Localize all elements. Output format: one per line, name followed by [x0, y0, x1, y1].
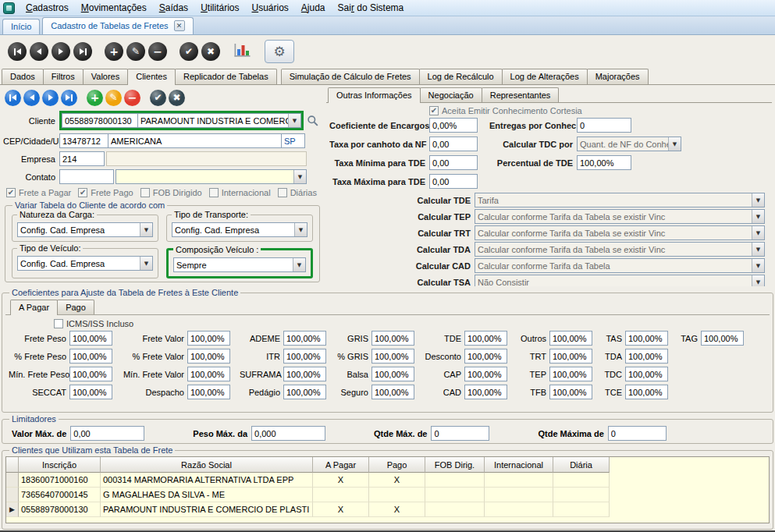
checkbox-icms-iss-incluso[interactable]: ICMS/ISS Incluso: [54, 319, 770, 328]
limit-field-input[interactable]: [608, 426, 667, 441]
coef-field-input[interactable]: [549, 331, 592, 346]
subtab-negociacao[interactable]: Negociação: [420, 87, 482, 102]
subtab-representantes[interactable]: Representantes: [482, 87, 560, 102]
calcular-tsa-combo[interactable]: Não Consistir▼: [475, 275, 765, 286]
coef-field-input[interactable]: [372, 349, 414, 364]
coef-field-input[interactable]: [625, 349, 668, 364]
close-icon[interactable]: ✕: [174, 20, 185, 31]
subtab-outras-informacoes[interactable]: Outras Informações: [328, 87, 421, 103]
chevron-down-icon[interactable]: ▼: [668, 137, 681, 151]
coef-field-input[interactable]: [187, 367, 230, 381]
prev-button[interactable]: [30, 42, 48, 61]
tab-dados[interactable]: Dados: [2, 69, 44, 84]
edit-button[interactable]: ✎: [126, 42, 145, 61]
first-button[interactable]: [8, 42, 27, 61]
empresa-input[interactable]: [59, 151, 105, 166]
table-row[interactable]: 73656407000145G MAGALHAES DA SILVA - ME: [6, 488, 769, 502]
coef-field-input[interactable]: [283, 385, 326, 399]
contato-input[interactable]: [59, 169, 114, 184]
settings-button[interactable]: ⚙: [265, 40, 294, 63]
coef-field-input[interactable]: [372, 331, 414, 346]
coef-field-input[interactable]: [69, 331, 112, 346]
edit-button[interactable]: ✎: [105, 90, 122, 106]
add-button[interactable]: +: [87, 90, 103, 106]
calcular-cad-combo[interactable]: Calcular conforme Tarifa da Tabela▼: [475, 258, 765, 273]
coef-field-input[interactable]: [283, 367, 326, 381]
coef-field-input[interactable]: [464, 349, 507, 364]
checkbox-frete-a-pagar[interactable]: ✔Frete a Pagar: [6, 188, 71, 197]
coef-field-input[interactable]: [464, 385, 507, 399]
variar-combo-natureza-da-carga[interactable]: Config. Cad. Empresa▼: [17, 222, 153, 237]
tab-log-de-alteracoes[interactable]: Log de Alterações: [502, 69, 588, 84]
menu-item-sair-do-sistema[interactable]: Sair do Sistema: [332, 1, 411, 15]
checkbox-frete-pago[interactable]: ✔Frete Pago: [78, 188, 133, 197]
coef-field-input[interactable]: [701, 331, 744, 346]
menu-item-utilitarios[interactable]: Utilitários: [194, 1, 245, 15]
coef-field-input[interactable]: [549, 349, 592, 364]
last-button[interactable]: [73, 42, 92, 61]
cidade-input[interactable]: [108, 133, 282, 148]
coef-field-input[interactable]: [187, 331, 230, 346]
coef-tab-pago[interactable]: Pago: [57, 300, 94, 314]
checkbox-fob-dirigido[interactable]: FOB Dirigido: [140, 188, 202, 197]
coeficiente-de-encargos-input[interactable]: [429, 118, 478, 133]
window-tab-cadastro-de-tabelas-de-fretes[interactable]: Cadastro de Tabelas de Fretes✕: [42, 17, 193, 34]
table-row[interactable]: 18360071000160000314 MARMORARIA ALTERNAT…: [6, 473, 769, 488]
coef-field-input[interactable]: [549, 385, 592, 399]
chevron-down-icon[interactable]: ▼: [752, 210, 764, 223]
chevron-down-icon[interactable]: ▼: [288, 114, 300, 127]
percentual-de-tde-input[interactable]: [577, 155, 631, 170]
coef-field-input[interactable]: [187, 385, 230, 399]
delete-button[interactable]: −: [124, 90, 140, 106]
contato-combo[interactable]: ▼: [116, 169, 307, 184]
entregas-por-conhec-input[interactable]: [577, 118, 631, 133]
tab-clientes[interactable]: Clientes: [127, 69, 176, 85]
limit-field-input[interactable]: [70, 426, 144, 441]
limit-field-input[interactable]: [431, 426, 489, 441]
cliente-name-combo[interactable]: PARAMOUNT INDUSTRIA E COMERCIO ▼: [137, 113, 301, 128]
chart-button[interactable]: [233, 41, 252, 62]
delete-button[interactable]: −: [148, 42, 167, 61]
search-icon[interactable]: [307, 115, 319, 127]
chevron-down-icon[interactable]: ▼: [140, 223, 152, 236]
coef-field-input[interactable]: [625, 367, 668, 381]
chevron-down-icon[interactable]: ▼: [294, 223, 307, 236]
calcular-tda-combo[interactable]: Calcular conforme Tarifa da Tabela se ex…: [475, 242, 765, 257]
add-button[interactable]: +: [105, 42, 123, 61]
last-button[interactable]: [61, 90, 77, 106]
cep-input[interactable]: [59, 133, 108, 148]
tab-valores[interactable]: Valores: [83, 69, 128, 84]
menu-item-ajuda[interactable]: Ajuda: [295, 1, 332, 15]
calcular-tep-combo[interactable]: Calcular conforme Tarifa da Tabela se ex…: [475, 209, 765, 224]
menu-item-usuarios[interactable]: Usuários: [245, 1, 294, 15]
chevron-down-icon[interactable]: ▼: [752, 259, 764, 272]
chevron-down-icon[interactable]: ▼: [752, 226, 764, 239]
cancel-button[interactable]: ✖: [169, 90, 185, 106]
coef-field-input[interactable]: [464, 367, 507, 381]
limit-field-input[interactable]: [251, 426, 325, 441]
calcular-tdc-por-combo[interactable]: Quant. de NF do Conhec.▼: [577, 137, 681, 151]
taxa-por-canhoto-da-nf-input[interactable]: [429, 137, 478, 151]
chevron-down-icon[interactable]: ▼: [293, 258, 305, 271]
chevron-down-icon[interactable]: ▼: [752, 275, 764, 286]
coef-field-input[interactable]: [625, 385, 668, 399]
coef-field-input[interactable]: [187, 349, 230, 364]
chevron-down-icon[interactable]: ▼: [293, 170, 306, 183]
calcular-trt-combo[interactable]: Calcular conforme Tarifa da Tabela se ex…: [475, 225, 765, 240]
chevron-down-icon[interactable]: ▼: [752, 243, 764, 256]
coef-field-input[interactable]: [69, 349, 112, 364]
next-button[interactable]: [42, 90, 59, 106]
checkbox-internacional[interactable]: Internacional: [209, 188, 271, 197]
table-row[interactable]: ▶05588978000130PARAMOUNT INDUSTRIA E COM…: [6, 502, 769, 517]
checkbox-diarias[interactable]: Diárias: [278, 188, 317, 197]
prev-button[interactable]: [23, 90, 40, 106]
taxa-minima-para-tde-input[interactable]: [429, 155, 478, 170]
menu-item-cadastros[interactable]: Cadastros: [20, 1, 75, 15]
calcular-tde-combo[interactable]: Tarifa▼: [475, 193, 765, 207]
variar-combo-tipo-de-transporte[interactable]: Config. Cad. Empresa▼: [172, 222, 308, 237]
menu-item-saidas[interactable]: Saídas: [153, 1, 194, 15]
taxa-maxima-para-tde-input[interactable]: [429, 174, 478, 189]
coef-field-input[interactable]: [464, 331, 507, 346]
coef-field-input[interactable]: [69, 367, 112, 381]
coef-field-input[interactable]: [372, 367, 414, 381]
